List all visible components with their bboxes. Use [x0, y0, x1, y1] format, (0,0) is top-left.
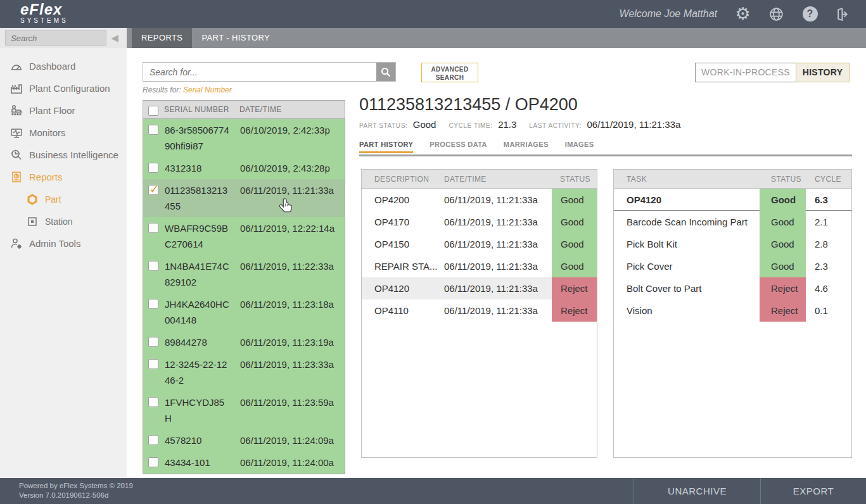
- row-checkbox[interactable]: [148, 125, 158, 135]
- row-checkbox[interactable]: [148, 261, 158, 271]
- row-checkbox[interactable]: [148, 337, 158, 347]
- task-header: TASK: [614, 175, 760, 184]
- sidebar-item-reports[interactable]: Reports: [0, 166, 127, 188]
- row-checkbox[interactable]: [148, 163, 158, 173]
- serial-row[interactable]: WBAFR9C59BC270614 06/11/2019, 12:22:14a: [143, 217, 345, 255]
- serial-number-cell: 011235813213455: [165, 182, 231, 214]
- sidebar-item-station[interactable]: Station: [0, 210, 127, 232]
- history-row[interactable]: OP4120 06/11/2019, 11:21:33a Reject: [362, 277, 597, 299]
- serial-row[interactable]: 4578210 06/11/2019, 11:24:09a: [143, 429, 345, 451]
- globe-language-icon[interactable]: [768, 6, 785, 23]
- task-cell: Vision: [614, 305, 760, 316]
- history-row[interactable]: OP4150 06/11/2019, 11:21:33a Good: [362, 233, 597, 255]
- sidebar-item-dashboard[interactable]: Dashboard: [0, 55, 127, 77]
- sidebar-item-business-intelligence[interactable]: Business Intelligence: [0, 144, 127, 166]
- app-window: eFlex SYSTEMS Welcome Joe Matthat ⚙ ?: [0, 0, 866, 504]
- task-row[interactable]: Pick Bolt Kit Good 2.8: [614, 233, 851, 255]
- search-input[interactable]: [143, 63, 376, 81]
- unarchive-button[interactable]: UNARCHIVE: [634, 478, 760, 504]
- tab-part-history-detail[interactable]: PART HISTORY: [359, 141, 413, 153]
- help-icon[interactable]: ?: [801, 6, 818, 23]
- task-row[interactable]: Pick Cover Good 2.3: [614, 255, 851, 277]
- row-checkbox[interactable]: [148, 435, 158, 445]
- history-row[interactable]: OP4110 06/11/2019, 11:21:33a Reject: [362, 299, 597, 322]
- history-datetime-cell: 06/11/2019, 11:21:33a: [444, 194, 552, 205]
- monitor-waveform-icon: [10, 127, 23, 139]
- sidebar-item-label: Plant Floor: [29, 105, 75, 116]
- history-table-header: DESCRIPTION DATE/TIME STATUS: [362, 170, 597, 189]
- task-row[interactable]: OP4120 Good 6.3: [614, 189, 851, 211]
- task-cycle-cell: 0.1: [806, 305, 851, 316]
- row-checkbox[interactable]: [148, 397, 158, 407]
- tab-part-history[interactable]: PART - HISTORY: [192, 28, 279, 48]
- search-icon[interactable]: [376, 63, 395, 81]
- history-row[interactable]: REPAIR STA... 06/11/2019, 11:21:33a Good: [362, 255, 597, 277]
- task-status-badge: Good: [760, 211, 806, 233]
- serial-number-cell: 43434-101: [165, 455, 231, 470]
- sidebar-item-plant-floor[interactable]: Plant Floor: [0, 99, 127, 122]
- logo-line1: eFlex: [20, 2, 68, 17]
- serial-row[interactable]: 43434-101 06/11/2019, 11:24:00a: [143, 451, 345, 474]
- sidebar-item-admin-tools[interactable]: Admin Tools: [0, 232, 127, 255]
- serial-row[interactable]: 89844278 06/11/2019, 11:23:19a: [143, 331, 345, 353]
- description-cell: OP4200: [362, 194, 444, 205]
- sidebar-item-monitors[interactable]: Monitors: [0, 122, 127, 144]
- export-button[interactable]: EXPORT: [760, 478, 866, 504]
- row-checkbox[interactable]: [148, 359, 158, 369]
- serial-row[interactable]: 011235813213455 06/11/2019, 11:21:33a: [143, 179, 345, 217]
- select-all-checkbox[interactable]: [148, 106, 158, 116]
- status-badge: Good: [552, 255, 597, 277]
- task-cell: Pick Cover: [614, 261, 760, 272]
- task-cell: Pick Bolt Kit: [614, 239, 760, 249]
- serial-row[interactable]: 4312318 06/10/2019, 2:43:28p: [143, 157, 345, 179]
- history-rows: OP4200 06/11/2019, 11:21:33a Good OP4170…: [362, 189, 597, 322]
- task-row[interactable]: Bolt Cover to Part Reject 4.6: [614, 277, 851, 299]
- tab-reports[interactable]: REPORTS: [132, 28, 192, 48]
- history-button[interactable]: HISTORY: [796, 63, 850, 82]
- description-cell: OP4110: [362, 305, 444, 316]
- results-for: Results for: Serial Number: [143, 85, 232, 94]
- top-header: eFlex SYSTEMS Welcome Joe Matthat ⚙ ?: [0, 0, 866, 28]
- serial-row[interactable]: 86-3r5850677490hfi9i87 06/10/2019, 2:42:…: [143, 119, 345, 157]
- tab-images[interactable]: IMAGES: [565, 141, 594, 153]
- sidebar-collapse-icon[interactable]: ◀: [106, 30, 123, 46]
- serial-row[interactable]: 12-3245-22-1246-2 06/11/2019, 11:23:33a: [143, 353, 345, 391]
- row-checkbox[interactable]: [148, 185, 158, 195]
- serial-row[interactable]: 1FVHCYDJ85H 06/11/2019, 11:23:59a: [143, 391, 345, 429]
- status-badge: Good: [552, 211, 597, 233]
- task-cycle-header: CYCLE: [806, 175, 851, 184]
- task-table-header: TASK STATUS CYCLE: [614, 170, 851, 189]
- serial-list: 86-3r5850677490hfi9i87 06/10/2019, 2:42:…: [143, 119, 345, 474]
- sidebar-search-input[interactable]: [5, 30, 106, 46]
- serial-row[interactable]: 1N4BA41E74C829102 06/11/2019, 11:22:33a: [143, 255, 345, 293]
- task-cell: OP4120: [614, 194, 760, 205]
- task-row[interactable]: Vision Reject 0.1: [614, 299, 851, 322]
- cycle-time-pair: CYCLE TIME: 21.3: [449, 119, 516, 130]
- row-checkbox[interactable]: [148, 223, 158, 233]
- task-row[interactable]: Barcode Scan Incoming Part Good 2.1: [614, 211, 851, 233]
- serial-number-header: SERIAL NUMBER: [164, 105, 230, 114]
- tab-marriages[interactable]: MARRIAGES: [504, 141, 549, 153]
- welcome-text: Welcome Joe Matthat: [620, 0, 717, 28]
- task-cell: Bolt Cover to Part: [614, 283, 760, 294]
- work-in-process-button[interactable]: WORK-IN-PROCESS: [695, 63, 796, 82]
- advanced-search-button[interactable]: ADVANCED SEARCH: [421, 63, 478, 82]
- row-checkbox[interactable]: [148, 457, 158, 467]
- tab-process-data[interactable]: PROCESS DATA: [430, 141, 487, 153]
- settings-gear-icon[interactable]: ⚙: [734, 6, 751, 23]
- serial-row[interactable]: JH4KA2640HC004148 06/11/2019, 11:23:18a: [143, 293, 345, 331]
- eflex-logo[interactable]: eFlex SYSTEMS: [20, 2, 68, 24]
- sidebar-item-label: Reports: [29, 172, 63, 182]
- header-icon-bar: ⚙ ?: [734, 0, 852, 28]
- history-datetime-cell: 06/11/2019, 11:21:33a: [444, 217, 552, 227]
- row-checkbox[interactable]: [148, 299, 158, 309]
- part-status-label: PART STATUS:: [359, 122, 407, 129]
- logout-icon[interactable]: [835, 6, 852, 23]
- history-row[interactable]: OP4200 06/11/2019, 11:21:33a Good: [362, 189, 597, 211]
- task-cycle-cell: 2.3: [806, 261, 851, 272]
- sidebar-item-plant-configuration[interactable]: Plant Configuration: [0, 77, 127, 99]
- detail-tabs: PART HISTORY PROCESS DATA MARRIAGES IMAG…: [359, 141, 594, 153]
- sidebar-item-part[interactable]: Part: [0, 188, 127, 210]
- cycle-time-label: CYCLE TIME:: [449, 122, 492, 129]
- history-row[interactable]: OP4170 06/11/2019, 11:21:33a Good: [362, 211, 597, 233]
